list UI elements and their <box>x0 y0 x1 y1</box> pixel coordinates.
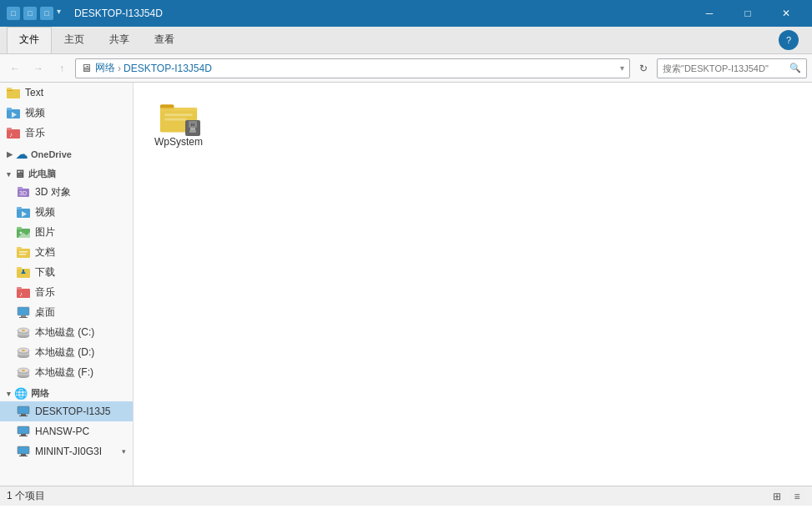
svg-rect-21 <box>19 251 28 253</box>
refresh-button[interactable]: ↻ <box>633 58 653 78</box>
svg-rect-58 <box>164 118 186 121</box>
address-bar: ← → ↑ 🖥 网络 › DESKTOP-I13J54D ▾ ↻ 🔍 <box>0 54 812 83</box>
network-icon: 🌐 <box>14 387 28 400</box>
maximize-button[interactable]: □ <box>729 0 767 27</box>
sidebar-item-diskd[interactable]: 本地磁盘 (D:) <box>0 342 133 362</box>
path-desktop[interactable]: DESKTOP-I13J54D <box>124 63 212 74</box>
computer-sm-icon-2 <box>17 425 30 438</box>
usb-badge <box>185 120 200 136</box>
title-bar-arrow: ▾ <box>57 7 61 20</box>
downloads-icon <box>17 265 30 279</box>
sidebar-label-music2: 音乐 <box>35 285 55 300</box>
diskc-icon <box>17 325 30 339</box>
svg-rect-51 <box>18 446 29 454</box>
svg-rect-45 <box>18 406 29 414</box>
close-button[interactable]: ✕ <box>767 0 805 27</box>
music-icon-2: ♪ <box>17 285 30 299</box>
sidebar-item-pictures[interactable]: 图片 <box>0 222 133 242</box>
sidebar-label-diskc: 本地磁盘 (C:) <box>35 325 94 340</box>
svg-rect-26 <box>23 270 24 274</box>
sidebar-label-pictures: 图片 <box>35 225 55 239</box>
sidebar-label-desktop: 桌面 <box>35 305 55 320</box>
svg-rect-56 <box>160 108 197 111</box>
sidebar-item-music2[interactable]: ♪ 音乐 <box>0 282 133 302</box>
search-box[interactable]: 🔍 <box>657 58 807 78</box>
path-sep-1: › <box>118 63 121 74</box>
svg-point-44 <box>22 370 25 371</box>
network-arrow: ▾ <box>7 390 11 398</box>
thispc-arrow: ▾ <box>7 170 11 179</box>
svg-rect-60 <box>190 128 195 130</box>
sidebar-section-network[interactable]: ▾ 🌐 网络 <box>0 382 133 401</box>
ribbon: 文件 主页 共享 查看 ? <box>0 27 812 54</box>
status-count: 1 个项目 <box>7 489 45 503</box>
svg-rect-10 <box>18 187 23 189</box>
search-input[interactable] <box>663 63 789 73</box>
up-button[interactable]: ↑ <box>52 58 72 78</box>
help-button[interactable]: ? <box>779 30 799 50</box>
svg-rect-22 <box>19 254 26 255</box>
documents-icon <box>17 245 30 259</box>
sidebar-item-downloads[interactable]: 下载 <box>0 262 133 282</box>
sidebar-item-documents[interactable]: 文档 <box>0 242 133 262</box>
sidebar-item-hansw-pc[interactable]: HANSW-PC <box>0 421 133 441</box>
sidebar-item-desktop-i13j54d[interactable]: DESKTOP-I13J5 <box>0 401 133 421</box>
path-computer-icon: 🖥 <box>81 62 92 74</box>
thispc-computer-icon: 🖥 <box>14 168 25 180</box>
view-list-button[interactable]: ≡ <box>789 488 805 505</box>
sidebar-label-text: Text <box>25 87 43 98</box>
sidebar-item-diskc[interactable]: 本地磁盘 (C:) <box>0 322 133 342</box>
svg-rect-13 <box>17 207 22 209</box>
svg-rect-63 <box>194 123 195 126</box>
sidebar-item-video1[interactable]: 视频 <box>0 103 133 123</box>
computer-sm-icon-1 <box>17 405 30 418</box>
sidebar-section-onedrive[interactable]: ▶ ☁ OneDrive <box>0 143 133 163</box>
minimize-button[interactable]: ─ <box>690 0 729 27</box>
sidebar-more-arrow: ▾ <box>122 447 126 456</box>
svg-rect-62 <box>191 123 193 126</box>
search-icon[interactable]: 🔍 <box>789 63 801 73</box>
back-button[interactable]: ← <box>5 58 25 78</box>
svg-rect-59 <box>189 121 197 128</box>
onedrive-cloud-icon: ☁ <box>16 148 28 161</box>
sidebar-label-diskd: 本地磁盘 (D:) <box>35 345 94 360</box>
svg-rect-53 <box>19 456 28 456</box>
tab-home[interactable]: 主页 <box>52 27 97 53</box>
sidebar-item-text[interactable]: Text <box>0 83 133 103</box>
sidebar-section-thispc[interactable]: ▾ 🖥 此电脑 <box>0 163 133 182</box>
sidebar-label-downloads: 下载 <box>35 265 55 280</box>
address-path[interactable]: 🖥 网络 › DESKTOP-I13J54D ▾ <box>75 58 630 78</box>
status-bar: 1 个项目 ⊞ ≡ <box>0 486 812 506</box>
folder-icon <box>7 86 20 99</box>
window-title: DESKTOP-I13J54D <box>74 8 690 19</box>
svg-rect-52 <box>21 454 26 456</box>
sidebar-item-desktop[interactable]: 桌面 <box>0 302 133 322</box>
path-dropdown[interactable]: ▾ <box>620 63 624 73</box>
sidebar-item-3dobjects[interactable]: 3D 3D 对象 <box>0 182 133 202</box>
sidebar-label-onedrive: OneDrive <box>31 149 72 159</box>
pictures-icon <box>17 225 30 239</box>
svg-rect-20 <box>17 247 22 249</box>
path-network[interactable]: 网络 <box>95 61 115 75</box>
sidebar-item-minint[interactable]: MININT-JI0G3I ▾ <box>0 441 133 461</box>
diskd-icon <box>17 345 30 359</box>
sidebar-label-documents: 文档 <box>35 245 55 260</box>
svg-rect-46 <box>21 414 26 416</box>
tab-view[interactable]: 查看 <box>142 27 187 53</box>
title-bar: □ □ □ ▾ DESKTOP-I13J54D ─ □ ✕ <box>0 0 812 27</box>
app-icon-1: □ <box>7 7 20 20</box>
tab-share[interactable]: 共享 <box>97 27 142 53</box>
svg-rect-24 <box>17 267 22 270</box>
view-icon-button[interactable]: ⊞ <box>769 488 785 505</box>
desktop-icon <box>17 305 30 319</box>
sidebar-label-desktop-i13j54d: DESKTOP-I13J5 <box>35 406 110 417</box>
sidebar-label-thispc: 此电脑 <box>28 168 56 180</box>
svg-rect-32 <box>19 317 28 318</box>
sidebar-label-music1: 音乐 <box>25 126 45 140</box>
forward-button[interactable]: → <box>28 58 48 78</box>
sidebar-item-music1[interactable]: ♪ 音乐 <box>0 123 133 143</box>
folder-item-wpsystem[interactable]: WpSystem <box>145 94 212 153</box>
sidebar-item-video2[interactable]: 视频 <box>0 202 133 222</box>
tab-file[interactable]: 文件 <box>7 27 52 53</box>
sidebar-item-diskf[interactable]: 本地磁盘 (F:) <box>0 362 133 382</box>
